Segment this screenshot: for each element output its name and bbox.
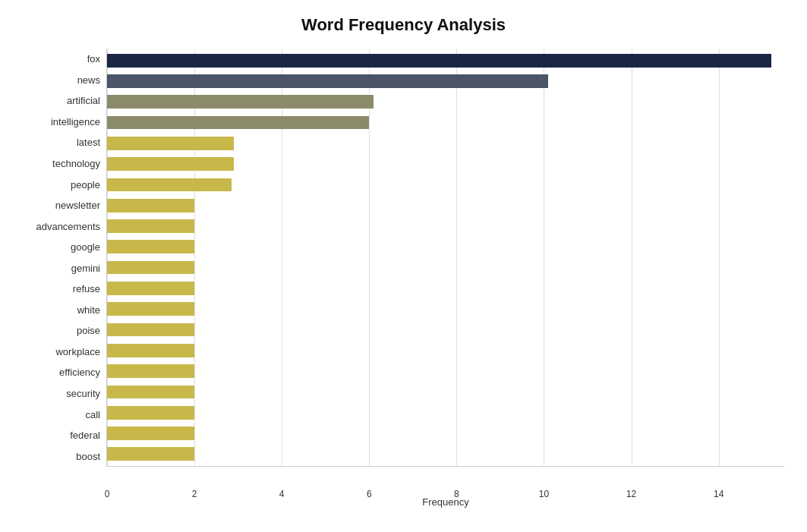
bars-wrapper xyxy=(107,49,784,466)
bar-refuse xyxy=(107,282,194,295)
bar-workplace xyxy=(107,344,194,357)
y-label-gemini: gemini xyxy=(23,263,100,273)
y-label-advancements: advancements xyxy=(23,222,100,231)
bar-row-boost xyxy=(107,444,784,464)
bar-call xyxy=(107,406,194,420)
bar-row-white xyxy=(107,299,784,320)
chart-area: foxnewsartificialintelligencelatesttechn… xyxy=(23,49,784,467)
bar-boost xyxy=(107,447,194,461)
y-label-federal: federal xyxy=(23,430,100,440)
bar-poise xyxy=(107,323,194,337)
bar-artificial xyxy=(107,95,374,109)
bar-row-google xyxy=(107,237,784,257)
chart-title: Word Frequency Analysis xyxy=(23,15,784,35)
bar-fox xyxy=(107,54,771,68)
bar-row-efficiency xyxy=(107,360,784,381)
bar-row-newsletter xyxy=(107,195,784,216)
bar-row-news xyxy=(107,71,784,91)
bar-row-advancements xyxy=(107,216,784,236)
bar-row-workplace xyxy=(107,340,784,360)
y-label-news: news xyxy=(23,75,100,85)
y-label-efficiency: efficiency xyxy=(23,367,100,377)
x-axis-label: Frequency xyxy=(107,496,784,508)
bar-row-intelligence xyxy=(107,112,784,133)
bar-google xyxy=(107,240,194,253)
y-label-latest: latest xyxy=(23,137,100,147)
bar-latest xyxy=(107,137,234,150)
bar-security xyxy=(107,386,194,399)
bar-advancements xyxy=(107,219,194,233)
chart-container: Word Frequency Analysis foxnewsartificia… xyxy=(0,0,807,532)
bar-news xyxy=(107,74,548,88)
bar-technology xyxy=(107,157,234,171)
bar-row-artificial xyxy=(107,92,784,112)
y-label-intelligence: intelligence xyxy=(23,117,100,127)
y-label-google: google xyxy=(23,242,100,252)
bar-white xyxy=(107,302,194,316)
y-axis: foxnewsartificialintelligencelatesttechn… xyxy=(23,49,106,467)
bar-row-people xyxy=(107,175,784,195)
y-label-workplace: workplace xyxy=(23,347,100,357)
y-label-boost: boost xyxy=(23,452,100,461)
y-label-white: white xyxy=(23,305,100,315)
bar-row-gemini xyxy=(107,257,784,278)
plot-area: 02468101214 Frequency xyxy=(106,49,784,467)
bar-people xyxy=(107,178,232,192)
bar-federal xyxy=(107,427,194,440)
y-label-newsletter: newsletter xyxy=(23,200,100,210)
y-label-refuse: refuse xyxy=(23,284,100,294)
y-label-technology: technology xyxy=(23,159,100,168)
bar-row-poise xyxy=(107,320,784,340)
bar-intelligence xyxy=(107,116,369,130)
y-label-people: people xyxy=(23,180,100,190)
bar-efficiency xyxy=(107,364,194,378)
y-label-security: security xyxy=(23,389,100,398)
bar-newsletter xyxy=(107,199,194,212)
bar-row-call xyxy=(107,402,784,423)
bar-gemini xyxy=(107,261,194,275)
bar-row-security xyxy=(107,382,784,402)
y-label-call: call xyxy=(23,410,100,420)
bar-row-federal xyxy=(107,423,784,443)
bar-row-technology xyxy=(107,153,784,174)
bar-row-fox xyxy=(107,50,784,71)
y-label-poise: poise xyxy=(23,326,100,335)
bar-row-latest xyxy=(107,133,784,153)
bar-row-refuse xyxy=(107,278,784,298)
y-label-artificial: artificial xyxy=(23,96,100,105)
y-label-fox: fox xyxy=(23,54,100,64)
